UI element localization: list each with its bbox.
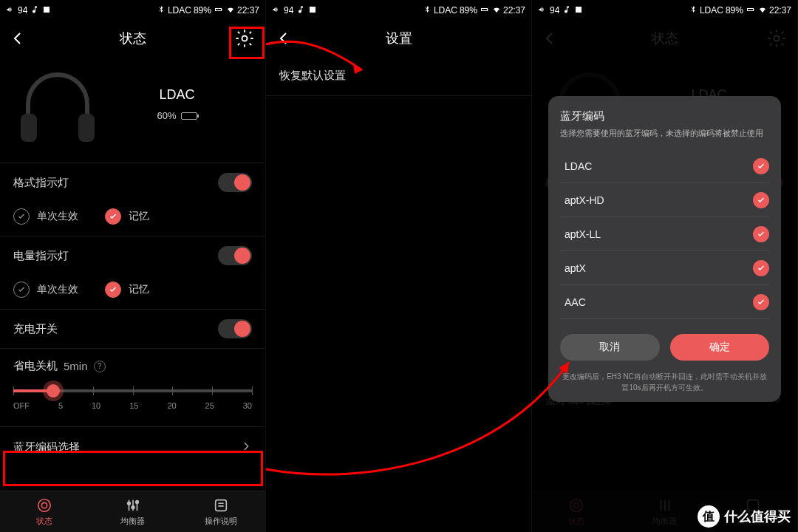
svg-rect-1 <box>21 114 37 142</box>
codec-option-aptxll[interactable]: aptX-LL <box>560 217 769 251</box>
watermark-badge: 值 <box>698 505 720 528</box>
slider-ticks: OFF51015202530 <box>13 401 252 410</box>
battery-icon <box>746 5 756 16</box>
power-save-slider[interactable] <box>13 389 252 392</box>
page-title: 设置 <box>386 30 412 47</box>
dialog-note: 更改编码后，EH3 NC将自动断开并回连，此时需手动关机并放置10s后再开机方可… <box>560 371 769 393</box>
dialog-subtitle: 选择您需要使用的蓝牙编码，未选择的编码将被禁止使用 <box>560 128 769 139</box>
check-icon <box>105 208 121 225</box>
bluetooth-codec-row[interactable]: 蓝牙编码选择 <box>0 426 265 468</box>
time: 22:37 <box>237 5 259 16</box>
format-led-toggle[interactable] <box>218 173 252 192</box>
check-icon <box>753 192 769 208</box>
volume-icon <box>6 5 15 16</box>
back-button[interactable] <box>275 30 293 47</box>
page-title: 状态 <box>120 30 146 47</box>
back-button[interactable] <box>9 30 27 47</box>
tab-bar: 状态 均衡器 操作说明 <box>0 491 265 532</box>
wifi-icon <box>492 5 501 16</box>
help-icon[interactable]: ? <box>94 361 106 372</box>
volume-icon <box>538 5 547 16</box>
svg-rect-8 <box>216 499 227 511</box>
format-memory-option[interactable]: 记忆 <box>105 208 149 225</box>
dialog-title: 蓝牙编码 <box>560 109 769 123</box>
tab-equalizer[interactable]: 均衡器 <box>89 491 177 532</box>
nav-header: 状态 <box>0 21 265 56</box>
codec-label: LDAC <box>168 5 191 16</box>
power-save-value: 5min <box>64 360 88 372</box>
headphone-image <box>13 64 102 145</box>
bluetooth-icon <box>689 5 698 16</box>
tab-status[interactable]: 状态 <box>0 491 89 532</box>
bluetooth-codec-label: 蓝牙编码选择 <box>13 440 80 454</box>
picture-icon <box>574 5 583 16</box>
volume-icon <box>272 5 281 16</box>
svg-point-6 <box>132 505 134 508</box>
device-card: LDAC 60% <box>0 56 265 163</box>
svg-point-5 <box>127 502 130 505</box>
device-codec: LDAC <box>102 87 252 103</box>
check-icon <box>13 208 30 225</box>
codec-dialog: 蓝牙编码 选择您需要使用的蓝牙编码，未选择的编码将被禁止使用 LDAC aptX… <box>548 96 781 402</box>
confirm-button[interactable]: 确定 <box>670 334 770 361</box>
codec-option-aptx[interactable]: aptX <box>560 251 769 285</box>
format-once-option[interactable]: 单次生效 <box>13 208 78 225</box>
check-icon <box>753 294 769 310</box>
power-led-label: 电量指示灯 <box>13 249 218 263</box>
bluetooth-icon <box>423 5 432 16</box>
phone-screen-codec-dialog: 94 LDAC 89% 22:37 状态 LDAC60% 格式指示灯 蓝牙编码选… <box>532 0 798 532</box>
svg-point-3 <box>41 502 47 508</box>
section-format-led: 格式指示灯 单次生效 记忆 <box>0 163 265 236</box>
picture-icon <box>42 5 51 16</box>
watermark-text: 什么值得买 <box>724 508 791 525</box>
music-icon <box>296 5 305 16</box>
section-power-save: 省电关机 5min ? OFF51015202530 <box>0 348 265 426</box>
check-icon <box>753 260 769 276</box>
power-led-toggle[interactable] <box>218 246 252 265</box>
section-charge-switch: 充电开关 <box>0 309 265 348</box>
tab-manual[interactable]: 操作说明 <box>177 491 265 532</box>
check-icon <box>753 158 769 174</box>
bluetooth-icon <box>157 5 166 16</box>
chevron-right-icon <box>240 440 252 454</box>
battery-icon <box>480 5 490 16</box>
phone-screen-status: 94 LDAC 89% 22:37 状态 <box>0 0 266 532</box>
restore-defaults-row[interactable]: 恢复默认设置 <box>266 56 531 96</box>
power-once-option[interactable]: 单次生效 <box>13 282 78 298</box>
check-icon <box>105 282 121 298</box>
power-memory-option[interactable]: 记忆 <box>105 282 149 298</box>
music-icon <box>562 5 571 16</box>
device-battery: 60% <box>102 110 252 121</box>
check-icon <box>13 282 30 298</box>
wifi-icon <box>758 5 767 16</box>
statusbar: 94 LDAC 89% 22:37 <box>532 0 797 21</box>
statusbar: 94 LDAC 89% 22:37 <box>266 0 531 21</box>
phone-screen-settings: 94 LDAC 89% 22:37 设置 恢复默认设置 <box>266 0 532 532</box>
nav-header: 设置 <box>266 21 531 56</box>
slider-thumb[interactable] <box>47 384 60 398</box>
svg-point-4 <box>38 499 51 511</box>
format-led-label: 格式指示灯 <box>13 176 218 190</box>
statusbar: 94 LDAC 89% 22:37 <box>0 0 265 21</box>
picture-icon <box>308 5 317 16</box>
svg-point-7 <box>135 500 138 503</box>
charge-switch-toggle[interactable] <box>218 319 252 338</box>
section-power-led: 电量指示灯 单次生效 记忆 <box>0 236 265 309</box>
cancel-button[interactable]: 取消 <box>560 334 660 361</box>
battery-icon <box>214 5 224 16</box>
music-icon <box>30 5 39 16</box>
svg-rect-2 <box>78 114 95 142</box>
codec-option-aac[interactable]: AAC <box>560 285 769 319</box>
power-save-label: 省电关机 <box>13 359 58 373</box>
wifi-icon <box>226 5 235 16</box>
check-icon <box>753 226 769 242</box>
gear-icon[interactable] <box>234 28 255 49</box>
codec-option-ldac[interactable]: LDAC <box>560 149 769 183</box>
codec-option-aptxhd[interactable]: aptX-HD <box>560 183 769 217</box>
battery-pct: 89% <box>194 5 211 16</box>
volume-value: 94 <box>18 5 27 16</box>
charge-switch-label: 充电开关 <box>13 322 218 336</box>
svg-point-0 <box>242 36 248 41</box>
watermark: 值 什么值得买 <box>698 505 791 528</box>
